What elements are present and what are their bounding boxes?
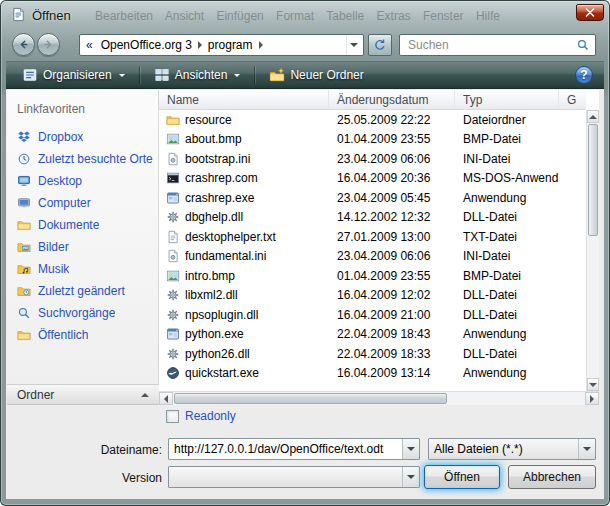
file-row[interactable]: python.exe22.04.2009 18:43Anwendung — [159, 325, 586, 345]
breadcrumb-bar[interactable]: «OpenOffice.org 3program — [79, 34, 364, 56]
file-type: DLL-Datei — [455, 347, 559, 361]
sidebar-item-computer[interactable]: Computer — [7, 192, 158, 214]
chevron-up-icon — [141, 393, 149, 397]
chevron-down-icon — [119, 74, 125, 77]
file-type: DLL-Datei — [455, 288, 559, 302]
filename-dropdown-button[interactable] — [402, 439, 419, 459]
file-modified-date: 23.04.2009 06:06 — [329, 152, 455, 166]
vertical-scrollbar-thumb[interactable] — [588, 124, 598, 236]
scroll-left-button[interactable] — [159, 392, 173, 405]
scroll-down-button[interactable] — [587, 378, 599, 391]
version-dropdown-button[interactable] — [402, 467, 419, 487]
file-row[interactable]: resource25.05.2009 22:22Dateiordner — [159, 110, 586, 130]
public-folder-icon — [17, 328, 31, 342]
sidebar-item-recent-changes[interactable]: Zuletzt geändert — [7, 280, 158, 302]
file-row[interactable]: quickstart.exe16.04.2009 13:14Anwendung — [159, 364, 586, 384]
list-rows: resource25.05.2009 22:22Dateiordnerabout… — [159, 110, 586, 391]
chevron-down-icon — [407, 475, 415, 479]
triangle-up-icon — [589, 115, 597, 119]
filetype-dropdown-button[interactable] — [578, 439, 595, 459]
search-icon — [576, 38, 590, 52]
filetype-combobox[interactable]: Alle Dateien (*.*) — [428, 438, 596, 460]
file-row[interactable]: python26.dll22.04.2009 18:33DLL-Datei — [159, 344, 586, 364]
forward-arrow-icon — [42, 38, 55, 51]
pictures-folder-icon — [17, 240, 31, 254]
file-row[interactable]: bootstrap.ini23.04.2009 06:06INI-Datei — [159, 149, 586, 169]
sidebar-item-searches[interactable]: Suchvorgänge — [7, 302, 158, 324]
toolbar-separator — [139, 66, 140, 84]
file-modified-date: 22.04.2009 18:43 — [329, 327, 455, 341]
file-row[interactable]: desktophelper.txt27.01.2009 13:00TXT-Dat… — [159, 227, 586, 247]
forward-button[interactable] — [37, 33, 60, 56]
filename-combobox[interactable]: http://127.0.0.1/dav/OpenOffice/text.odt — [168, 438, 420, 460]
cancel-button[interactable]: Abbrechen — [508, 465, 596, 489]
toolbar-button-label: Neuer Ordner — [290, 68, 363, 82]
views-icon — [154, 67, 170, 83]
file-modified-date: 01.04.2009 23:55 — [329, 269, 455, 283]
toolbar-new-folder-button[interactable]: Neuer Ordner — [261, 64, 371, 86]
file-row[interactable]: npsoplugin.dll16.04.2009 21:00DLL-Datei — [159, 305, 586, 325]
sidebar-item-music[interactable]: Musik — [7, 258, 158, 280]
sidebar-item-desktop[interactable]: Desktop — [7, 170, 158, 192]
breadcrumb-overflow-chevron[interactable]: « — [86, 38, 93, 52]
breadcrumb: «OpenOffice.org 3program — [86, 38, 264, 52]
file-name: intro.bmp — [185, 269, 235, 283]
open-button[interactable]: Öffnen — [424, 465, 500, 489]
scroll-right-button[interactable] — [585, 392, 599, 405]
refresh-icon — [373, 38, 387, 52]
refresh-button[interactable] — [368, 34, 392, 56]
close-button[interactable] — [576, 4, 604, 21]
file-name-cell: desktophelper.txt — [159, 230, 329, 244]
computer-icon — [17, 196, 31, 210]
file-name-cell: python.exe — [159, 327, 329, 341]
file-row[interactable]: crashrep.com16.04.2009 20:36MS-DOS-Anwen… — [159, 169, 586, 189]
vertical-scrollbar[interactable] — [586, 110, 599, 391]
file-modified-date: 16.04.2009 21:00 — [329, 308, 455, 322]
file-row[interactable]: libxml2.dll16.04.2009 12:02DLL-Datei — [159, 286, 586, 306]
version-label: Version — [62, 471, 162, 485]
searches-icon — [17, 306, 31, 320]
folders-bar[interactable]: Ordner — [7, 384, 159, 405]
file-name: dbghelp.dll — [185, 210, 243, 224]
list-header: NameÄnderungsdatumTypG — [159, 90, 586, 110]
column-header-date[interactable]: Änderungsdatum — [329, 90, 455, 109]
toolbar-views-button[interactable]: Ansichten — [146, 64, 249, 86]
column-header-size[interactable]: G — [559, 90, 586, 109]
readonly-checkbox[interactable] — [166, 410, 179, 423]
help-button[interactable]: ? — [575, 66, 593, 84]
background-window-menu: Bearbeiten Ansicht Einfügen Format Tabel… — [95, 9, 568, 23]
sidebar-item-label: Musik — [38, 262, 69, 276]
sidebar-item-pictures[interactable]: Bilder — [7, 236, 158, 258]
sidebar-item-label: Suchvorgänge — [38, 306, 115, 320]
file-name: npsoplugin.dll — [185, 308, 258, 322]
back-button[interactable] — [12, 33, 35, 56]
file-name: python.exe — [185, 327, 244, 341]
version-combobox[interactable] — [168, 466, 420, 488]
file-modified-date: 22.04.2009 18:33 — [329, 347, 455, 361]
scroll-up-button[interactable] — [587, 110, 599, 123]
breadcrumb-segment[interactable]: program — [203, 38, 258, 52]
horizontal-scrollbar-thumb[interactable] — [174, 393, 447, 404]
toolbar-organize-button[interactable]: Organisieren — [14, 64, 133, 86]
file-row[interactable]: crashrep.exe23.04.2009 05:45Anwendung — [159, 188, 586, 208]
column-header-name[interactable]: Name — [159, 90, 329, 109]
breadcrumb-dropdown-button[interactable] — [346, 35, 361, 55]
file-name-cell: python26.dll — [159, 347, 329, 361]
breadcrumb-segment[interactable]: OpenOffice.org 3 — [96, 38, 197, 52]
ini-file-icon — [166, 152, 180, 166]
file-row[interactable]: intro.bmp01.04.2009 23:55BMP-Datei — [159, 266, 586, 286]
sidebar-item-public[interactable]: Öffentlich — [7, 324, 158, 346]
file-row[interactable]: dbghelp.dll14.12.2002 12:32DLL-Datei — [159, 208, 586, 228]
sidebar-item-documents[interactable]: Dokumente — [7, 214, 158, 236]
file-row[interactable]: about.bmp01.04.2009 23:55BMP-Datei — [159, 130, 586, 150]
sidebar-item-recent-places[interactable]: Zuletzt besuchte Orte — [7, 148, 158, 170]
search-box[interactable]: Suchen — [399, 34, 596, 56]
sidebar-item-dropbox[interactable]: Dropbox — [7, 126, 158, 148]
favorites-header: Linkfavoriten — [7, 100, 158, 126]
file-row[interactable]: fundamental.ini23.04.2009 06:06INI-Datei — [159, 247, 586, 267]
file-name-cell: intro.bmp — [159, 269, 329, 283]
column-header-type[interactable]: Typ — [455, 90, 559, 109]
organize-icon — [22, 67, 38, 83]
file-modified-date: 23.04.2009 06:06 — [329, 249, 455, 263]
horizontal-scrollbar[interactable] — [159, 391, 599, 405]
